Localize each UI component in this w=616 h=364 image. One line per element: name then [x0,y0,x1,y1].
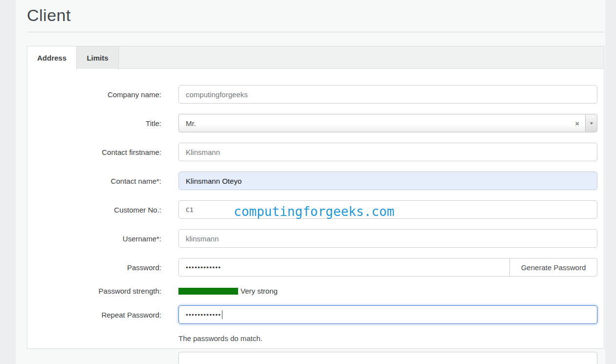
main-content: Client Address Limits Company name: Titl… [16,0,605,364]
password-row: Password: Generate Password [27,258,604,277]
repeat-password-row: Repeat Password: •••••••••••• [27,305,604,324]
title-selected-value: Mr. [186,119,196,128]
page-title: Client [16,0,605,25]
tab-panel: Address Limits Company name: Title: Mr. … [27,46,604,349]
header-divider [27,32,604,32]
repeat-password-input[interactable]: •••••••••••• [178,305,597,324]
contact-name-row: Contact name*: [27,171,604,190]
username-row: Username*: [27,229,604,248]
tab-address[interactable]: Address [27,46,77,69]
password-input[interactable] [178,258,510,277]
generate-password-button[interactable]: Generate Password [510,258,597,277]
passwords-match-message: The passwords do match. [178,334,263,343]
customer-no-row: Customer No.: computingforgeeks.com [27,200,604,219]
contact-firstname-row: Contact firstname: [27,143,604,161]
password-strength-label: Password strength: [27,287,161,295]
title-label: Title: [27,119,161,128]
company-name-input[interactable] [178,85,597,104]
title-dropdown-button[interactable]: ▼ [585,114,597,132]
password-strength-bar [178,288,238,295]
company-name-label: Company name: [27,90,161,99]
tab-bar: Address Limits [27,46,604,69]
client-address-form: Company name: Title: Mr. × ▼ [27,69,604,364]
repeat-password-label: Repeat Password: [27,311,161,319]
customer-no-label: Customer No.: [27,206,161,214]
passwords-match-row: The passwords do match. [27,334,604,343]
next-field-row [27,352,604,364]
contact-firstname-input[interactable] [178,143,597,161]
contact-name-label: Contact name*: [27,177,161,185]
password-label: Password: [27,263,161,272]
chevron-down-icon: ▼ [589,121,594,126]
password-strength-status: Very strong [241,287,278,295]
username-input[interactable] [178,229,597,248]
customer-no-input[interactable] [178,200,597,219]
password-strength-row: Password strength: Very strong [27,287,604,295]
title-row: Title: Mr. × ▼ [27,114,604,132]
company-name-row: Company name: [27,85,604,104]
title-combobox[interactable]: Mr. × ▼ [178,114,597,132]
contact-name-input[interactable] [178,171,597,190]
next-partial-input[interactable] [178,352,597,364]
text-cursor [222,310,222,319]
contact-firstname-label: Contact firstname: [27,148,161,156]
clear-selection-icon[interactable]: × [575,120,579,127]
username-label: Username*: [27,235,161,243]
tab-limits[interactable]: Limits [77,46,119,69]
